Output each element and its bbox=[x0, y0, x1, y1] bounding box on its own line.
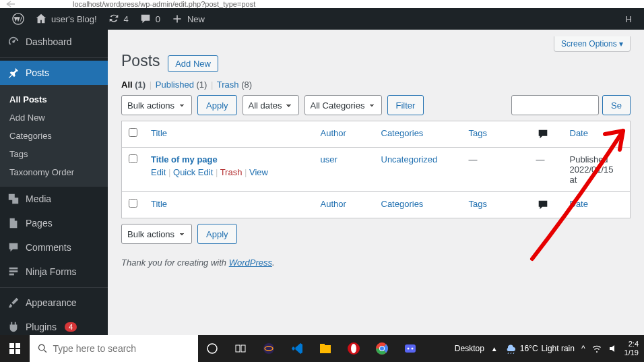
main-content: Screen Options ▾ Posts Add New All (1) |… bbox=[108, 30, 644, 335]
new-content-link[interactable]: New bbox=[166, 8, 210, 30]
col-author-foot[interactable]: Author bbox=[314, 192, 375, 218]
svg-rect-13 bbox=[15, 343, 20, 348]
weather-widget[interactable]: 16°C Light rain bbox=[505, 342, 575, 355]
col-comments-foot[interactable] bbox=[529, 192, 563, 218]
screen-options-toggle[interactable]: Screen Options ▾ bbox=[554, 36, 631, 52]
tray-chevron[interactable]: ^ bbox=[581, 344, 585, 353]
col-comments[interactable] bbox=[529, 121, 563, 148]
post-title-link[interactable]: Title of my page bbox=[151, 154, 218, 164]
submenu-all-posts[interactable]: All Posts bbox=[0, 90, 108, 109]
col-date[interactable]: Date bbox=[563, 121, 631, 148]
comments-link[interactable]: 0 bbox=[134, 8, 166, 30]
app-eclipse[interactable] bbox=[255, 335, 283, 362]
site-name: user's Blog! bbox=[51, 14, 97, 24]
svg-rect-18 bbox=[236, 345, 240, 352]
filter-button[interactable]: Filter bbox=[387, 95, 424, 115]
row-checkbox[interactable] bbox=[129, 154, 137, 163]
apply-button-top[interactable]: Apply bbox=[197, 95, 237, 115]
tablenav-bottom: Bulk actions Apply bbox=[121, 224, 631, 244]
col-title-foot[interactable]: Title bbox=[144, 192, 314, 218]
date-filter-select[interactable]: All dates bbox=[243, 95, 299, 115]
filter-all[interactable]: All (1) bbox=[121, 80, 146, 90]
sound-icon[interactable] bbox=[608, 344, 618, 353]
site-home-link[interactable]: user's Blog! bbox=[30, 8, 102, 30]
taskbar-clock[interactable]: 2:4 1/19 bbox=[624, 340, 639, 357]
app-cortana[interactable] bbox=[198, 335, 226, 362]
submenu-categories[interactable]: Categories bbox=[0, 127, 108, 145]
svg-rect-3 bbox=[9, 274, 14, 276]
page-icon bbox=[7, 216, 20, 230]
submenu-add-new[interactable]: Add New bbox=[0, 109, 108, 127]
app-discord[interactable] bbox=[396, 335, 424, 362]
submenu-taxonomy-order[interactable]: Taxonomy Order bbox=[0, 163, 108, 181]
app-opera[interactable] bbox=[340, 335, 368, 362]
col-tags: Tags bbox=[462, 121, 529, 148]
updates-link[interactable]: 4 bbox=[102, 8, 134, 30]
search-input[interactable] bbox=[511, 95, 599, 115]
desktop-label[interactable]: Desktop bbox=[455, 344, 484, 353]
taskbar-search[interactable] bbox=[30, 335, 198, 362]
col-author[interactable]: Author bbox=[314, 121, 375, 148]
svg-point-17 bbox=[207, 344, 217, 353]
filter-published[interactable]: Published (1) bbox=[156, 80, 207, 90]
svg-point-16 bbox=[38, 344, 44, 351]
col-tags-foot: Tags bbox=[462, 192, 529, 218]
filter-trash[interactable]: Trash (8) bbox=[217, 80, 252, 90]
search-button[interactable]: Se bbox=[602, 95, 631, 115]
post-status-filters: All (1) | Published (1) | Trash (8) bbox=[121, 80, 631, 90]
svg-point-33 bbox=[412, 348, 414, 350]
menu-plugins[interactable]: Plugins 4 bbox=[0, 315, 108, 335]
start-button[interactable] bbox=[0, 335, 30, 362]
svg-point-30 bbox=[380, 346, 384, 351]
col-title[interactable]: Title bbox=[144, 121, 314, 148]
bulk-action-select-top[interactable]: Bulk actions bbox=[121, 95, 192, 115]
app-vscode[interactable] bbox=[283, 335, 311, 362]
submenu-tags[interactable]: Tags bbox=[0, 145, 108, 163]
svg-rect-14 bbox=[9, 349, 14, 354]
browser-url: localhost/wordpress/wp-admin/edit.php?po… bbox=[73, 0, 255, 8]
row-tags: — bbox=[462, 148, 529, 192]
admin-sidebar: Dashboard Posts All Posts Add New Catego… bbox=[0, 30, 108, 335]
windows-taskbar: Desktop ▲ 16°C Light rain ^ 2:4 1/19 bbox=[0, 335, 644, 362]
home-icon bbox=[35, 13, 47, 25]
row-category-link[interactable]: Uncategorized bbox=[381, 154, 438, 164]
menu-comments[interactable]: Comments bbox=[0, 235, 108, 260]
row-edit[interactable]: Edit bbox=[151, 167, 166, 177]
wifi-icon[interactable] bbox=[592, 344, 602, 353]
row-author-link[interactable]: user bbox=[321, 154, 337, 164]
bulk-action-select-bottom[interactable]: Bulk actions bbox=[121, 224, 192, 244]
app-chrome[interactable] bbox=[368, 335, 396, 362]
category-filter-select[interactable]: All Categories bbox=[304, 95, 382, 115]
select-all-bottom[interactable] bbox=[129, 199, 137, 208]
wp-logo[interactable] bbox=[7, 8, 30, 30]
apply-button-bottom[interactable]: Apply bbox=[197, 224, 237, 244]
app-explorer[interactable] bbox=[311, 335, 340, 362]
footer-thanks: Thank you for creating with WordPress. bbox=[121, 258, 631, 268]
form-icon bbox=[7, 265, 20, 278]
app-taskview[interactable] bbox=[226, 335, 255, 362]
wordpress-link[interactable]: WordPress bbox=[229, 258, 272, 268]
menu-pages[interactable]: Pages bbox=[0, 211, 108, 235]
row-quick-edit[interactable]: Quick Edit bbox=[173, 167, 213, 177]
row-trash[interactable]: Trash bbox=[220, 167, 243, 177]
row-comments: — bbox=[529, 148, 563, 192]
menu-appearance[interactable]: Appearance bbox=[0, 291, 108, 315]
col-date-foot[interactable]: Date bbox=[563, 192, 631, 218]
posts-table: Title Author Categories Tags Date Title … bbox=[121, 121, 631, 218]
svg-rect-31 bbox=[405, 344, 416, 353]
plus-icon bbox=[171, 13, 183, 25]
howdy-user[interactable]: H bbox=[620, 8, 637, 30]
menu-media[interactable]: Media bbox=[0, 187, 108, 211]
wp-admin-bar: user's Blog! 4 0 New H bbox=[0, 8, 644, 30]
menu-ninja-forms[interactable]: Ninja Forms bbox=[0, 260, 108, 284]
add-new-button[interactable]: Add New bbox=[168, 55, 218, 72]
select-all-top[interactable] bbox=[129, 128, 137, 137]
row-view[interactable]: View bbox=[249, 167, 268, 177]
posts-submenu: All Posts Add New Categories Tags Taxono… bbox=[0, 85, 108, 187]
menu-dashboard[interactable]: Dashboard bbox=[0, 30, 108, 54]
menu-posts[interactable]: Posts bbox=[0, 61, 108, 85]
comment-icon bbox=[139, 13, 152, 25]
system-tray: Desktop ▲ 16°C Light rain ^ 2:4 1/19 bbox=[455, 340, 644, 357]
comments-icon bbox=[7, 241, 20, 254]
taskbar-search-input[interactable] bbox=[53, 343, 190, 354]
